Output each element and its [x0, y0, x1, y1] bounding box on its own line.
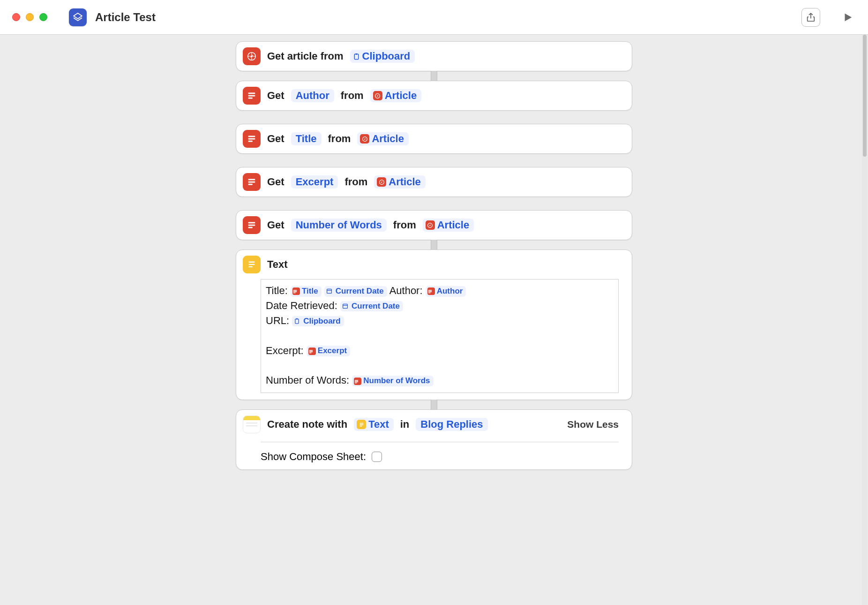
window-title: Article Test: [95, 11, 156, 24]
svg-rect-9: [248, 141, 253, 142]
parameter-excerpt[interactable]: Excerpt: [291, 175, 338, 189]
svg-rect-28: [428, 293, 431, 293]
variable-article[interactable]: Article: [357, 132, 408, 145]
variable-excerpt[interactable]: Excerpt: [307, 346, 350, 356]
compose-sheet-checkbox[interactable]: [372, 452, 382, 462]
svg-rect-16: [248, 225, 255, 226]
svg-rect-40: [359, 425, 362, 426]
variable-label: Excerpt: [318, 347, 347, 355]
svg-rect-37: [355, 382, 357, 383]
clipboard-icon: [353, 53, 360, 60]
safari-icon: [243, 47, 261, 65]
variable-author[interactable]: Author: [426, 286, 466, 297]
calendar-icon: [326, 287, 334, 295]
connector: [236, 240, 632, 250]
action-label: Get: [267, 90, 284, 102]
svg-rect-38: [359, 423, 363, 424]
action-create-note[interactable]: Create note with Text in Blog Replies Sh…: [236, 409, 632, 470]
variable-current-date[interactable]: Current Date: [340, 301, 403, 312]
parameter-title[interactable]: Title: [291, 132, 322, 145]
safari-icon: [373, 91, 382, 100]
action-get-author[interactable]: Get Author from Article: [236, 81, 632, 111]
safari-icon: [360, 134, 369, 144]
variable-label: Number of Words: [363, 377, 430, 386]
workflow-canvas[interactable]: Get article from Clipboard Get Author fr…: [0, 35, 868, 605]
variable-current-date[interactable]: Current Date: [324, 286, 387, 297]
compose-sheet-label: Show Compose Sheet:: [261, 451, 366, 463]
action-text[interactable]: Text Title: Title Current Date Author: A…: [236, 250, 632, 400]
calendar-icon: [342, 302, 350, 310]
action-get-article[interactable]: Get article from Clipboard: [236, 41, 632, 71]
variable-wordcount[interactable]: Number of Words: [352, 376, 433, 386]
text-label: Number of Words:: [266, 374, 349, 386]
parameter-folder[interactable]: Blog Replies: [416, 418, 487, 431]
svg-rect-3: [248, 93, 255, 94]
parameter-author[interactable]: Author: [291, 89, 334, 102]
share-button[interactable]: [801, 8, 820, 27]
close-window-button[interactable]: [12, 13, 20, 21]
variable-article[interactable]: Article: [370, 89, 421, 102]
svg-rect-5: [248, 98, 253, 99]
action-label: from: [341, 90, 364, 102]
svg-rect-25: [327, 289, 331, 294]
variable-label: Clipboard: [362, 51, 411, 61]
show-less-toggle[interactable]: Show Less: [567, 419, 619, 430]
svg-rect-31: [296, 318, 298, 319]
zoom-window-button[interactable]: [39, 13, 47, 21]
action-get-excerpt[interactable]: Get Excerpt from Article: [236, 167, 632, 197]
run-button[interactable]: [838, 8, 858, 27]
text-label: URL:: [266, 315, 289, 326]
action-get-title[interactable]: Get Title from Article: [236, 124, 632, 154]
variable-label: Article: [372, 134, 404, 144]
dictionary-icon: [243, 87, 261, 105]
svg-rect-26: [428, 290, 432, 291]
variable-text[interactable]: Text: [354, 418, 394, 431]
variable-label: Current Date: [352, 302, 400, 311]
dictionary-icon: [243, 216, 261, 234]
action-label: from: [344, 176, 367, 188]
notes-app-icon: [243, 416, 261, 433]
minimize-window-button[interactable]: [26, 13, 34, 21]
variable-article[interactable]: Article: [423, 219, 474, 232]
connector: [236, 400, 632, 409]
variable-article[interactable]: Article: [374, 175, 425, 189]
variable-label: Current Date: [336, 287, 384, 296]
svg-rect-1: [354, 54, 358, 59]
variable-clipboard[interactable]: Clipboard: [292, 316, 344, 327]
svg-rect-2: [355, 53, 357, 54]
svg-rect-35: [355, 380, 358, 381]
action-label: Get: [267, 176, 284, 188]
svg-rect-24: [293, 293, 296, 293]
svg-rect-27: [428, 291, 432, 292]
action-label: Create note with: [267, 418, 347, 431]
svg-rect-12: [248, 182, 255, 183]
action-label: Get article from: [267, 50, 344, 62]
parameter-wordcount[interactable]: Number of Words: [291, 219, 387, 232]
svg-rect-30: [295, 319, 299, 324]
text-label: Date Retrieved:: [266, 300, 337, 311]
scrollbar[interactable]: [862, 35, 868, 605]
svg-rect-4: [248, 95, 255, 97]
action-get-wordcount[interactable]: Get Number of Words from Article: [236, 210, 632, 240]
svg-rect-13: [248, 184, 253, 185]
scrollbar-thumb[interactable]: [863, 35, 867, 157]
clipboard-icon: [294, 318, 301, 325]
variable-clipboard[interactable]: Clipboard: [350, 50, 415, 63]
action-label: Get: [267, 219, 284, 231]
svg-rect-17: [248, 227, 253, 228]
dictionary-icon: [308, 348, 316, 355]
svg-rect-11: [248, 179, 255, 181]
safari-icon: [426, 220, 435, 230]
svg-rect-32: [309, 350, 313, 351]
text-field[interactable]: Title: Title Current Date Author: Author…: [261, 279, 619, 393]
variable-label: Title: [302, 287, 318, 296]
svg-rect-36: [355, 381, 358, 382]
dictionary-icon: [354, 378, 361, 385]
dictionary-icon: [292, 287, 300, 295]
divider: [261, 442, 619, 442]
text-label: Author:: [389, 285, 423, 296]
variable-title[interactable]: Title: [291, 286, 322, 297]
variable-label: Author: [437, 287, 463, 296]
variable-label: Text: [368, 419, 389, 430]
svg-rect-8: [248, 138, 255, 140]
